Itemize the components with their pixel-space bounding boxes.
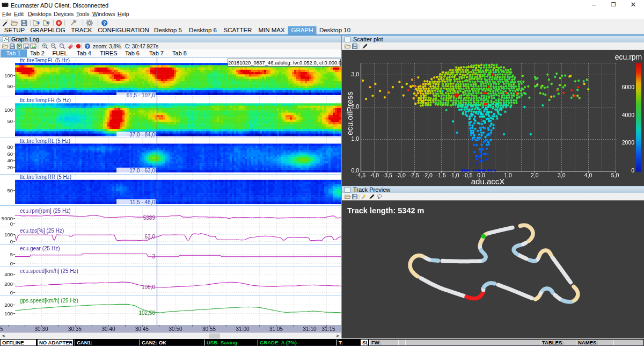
open-folder-icon[interactable] xyxy=(345,193,351,200)
track-panel-header[interactable]: Track Preview xyxy=(342,186,644,193)
status-t: T: xyxy=(336,340,360,346)
pen-icon[interactable] xyxy=(369,193,375,200)
right-panels: Scatter plot Track Preview xyxy=(341,35,644,338)
scatter-plot[interactable] xyxy=(342,50,644,186)
status-names: NAMES: xyxy=(576,340,613,346)
scatter-panel-icon xyxy=(345,37,350,42)
status-fw: FW: xyxy=(369,340,398,346)
status-segment xyxy=(398,340,405,346)
track-toolbar xyxy=(342,193,644,200)
status-segment xyxy=(405,340,540,346)
status-can2-ok: CAN2: OK xyxy=(140,340,203,346)
status-offline: OFFLINE xyxy=(1,340,36,346)
status-tables: TABLES: xyxy=(540,340,576,346)
scatter-panel-header[interactable]: Scatter plot xyxy=(342,35,644,42)
app-window: Ecumaster ADU Client. Disconnected – ❐ ✕… xyxy=(0,0,644,346)
open-folder-icon[interactable] xyxy=(345,43,351,49)
close-button[interactable]: ✕ xyxy=(625,0,641,10)
track-preview[interactable] xyxy=(342,200,644,338)
lasso-icon[interactable] xyxy=(376,193,383,200)
track-panel-icon xyxy=(345,187,350,193)
status-usb-saving: USB: Saving xyxy=(204,340,256,346)
pen-icon[interactable] xyxy=(362,43,368,49)
wand-icon[interactable] xyxy=(361,193,368,200)
status-no-adapter: NO ADAPTER xyxy=(38,340,73,346)
scatter-panel-title: Scatter plot xyxy=(353,36,383,42)
status-can1: CAN1: xyxy=(75,340,138,346)
status-grade-a-7: GRADE: A (7%) xyxy=(258,340,321,346)
log-file-tooltip: 20181020_0837_46.adulog: fw:0.052.0, cl:… xyxy=(228,59,341,67)
graphlog-plot-area[interactable] xyxy=(0,0,341,346)
status-sl: SL xyxy=(361,340,368,346)
status-segment xyxy=(613,340,643,346)
maximize-button[interactable]: ❐ xyxy=(605,0,621,10)
minimize-button[interactable]: – xyxy=(586,0,602,10)
track-panel-title: Track Preview xyxy=(353,186,390,193)
scatter-toolbar xyxy=(342,42,644,50)
